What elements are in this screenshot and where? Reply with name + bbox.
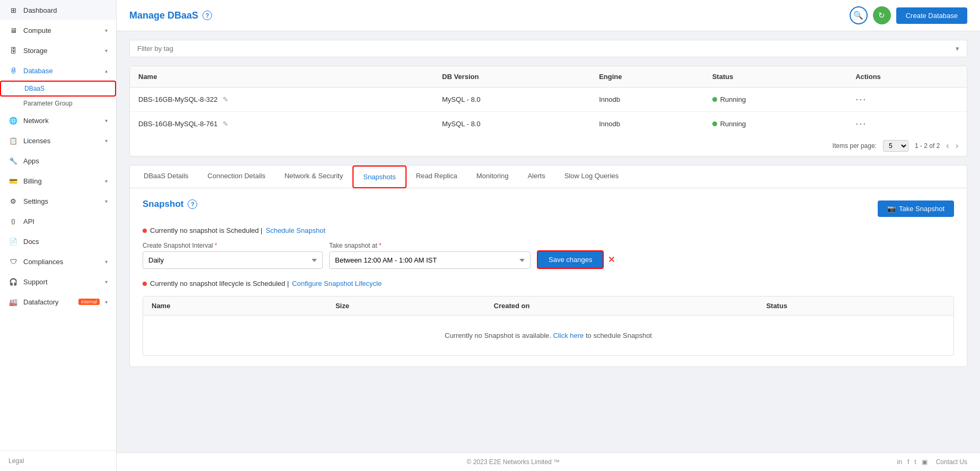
configure-lifecycle-link[interactable]: Configure Snapshot Lifecycle <box>292 280 382 287</box>
dashboard-icon: ⊞ <box>8 5 18 15</box>
tab-dbaas-details[interactable]: DBaaS Details <box>134 165 198 188</box>
take-at-label-text: Take snapshot at <box>329 242 377 249</box>
required-marker: * <box>215 242 217 249</box>
prev-page-button[interactable]: ‹ <box>946 141 949 151</box>
sidebar-item-datafactory[interactable]: 🏭 Datafactory Internal ▾ <box>0 292 116 312</box>
actions-menu-button[interactable]: ··· <box>855 118 867 129</box>
items-per-page-select[interactable]: 5 10 25 <box>883 140 908 152</box>
actions-menu-button[interactable]: ··· <box>855 94 867 104</box>
take-at-select[interactable]: Between 12:00 AM - 1:00 AM IST Between 1… <box>329 251 531 269</box>
sidebar-item-network[interactable]: 🌐 Network ▾ <box>0 110 116 130</box>
rss-icon[interactable]: ▣ <box>922 458 928 466</box>
chevron-down-icon: ▾ <box>105 279 108 285</box>
edit-icon[interactable]: ✎ <box>223 120 228 128</box>
save-changes-button[interactable]: Save changes <box>537 250 604 269</box>
status-dot <box>712 97 717 102</box>
sidebar-item-compute[interactable]: 🖥 Compute ▾ <box>0 20 116 40</box>
refresh-button[interactable]: ↻ <box>873 6 891 24</box>
help-icon[interactable]: ? <box>202 11 212 20</box>
db-name: DBS-16GB-MySQL-8-322 <box>138 95 218 103</box>
sidebar-item-storage[interactable]: 🗄 Storage ▾ <box>0 40 116 60</box>
snap-col-created: Created on <box>485 296 758 316</box>
tab-snapshots[interactable]: Snapshots <box>352 165 406 188</box>
linkedin-icon[interactable]: in <box>897 458 902 466</box>
sidebar-item-database[interactable]: 🛢 Database ▴ <box>0 60 116 81</box>
tab-label: Connection Details <box>208 172 266 180</box>
search-button[interactable]: 🔍 <box>850 6 868 24</box>
tabs-card: DBaaS Details Connection Details Network… <box>129 165 967 367</box>
sidebar-item-apps[interactable]: 🔧 Apps <box>0 151 116 171</box>
create-interval-label-text: Create Snapshot Interval <box>143 242 213 249</box>
sidebar-item-api[interactable]: {} API <box>0 211 116 231</box>
snap-col-status: Status <box>758 296 953 316</box>
tab-label: DBaaS Details <box>144 172 189 180</box>
page-title-text: Manage DBaaS <box>129 10 198 21</box>
row-version: MySQL - 8.0 <box>434 112 590 136</box>
sidebar-item-dashboard[interactable]: ⊞ Dashboard <box>0 0 116 20</box>
table-row: DBS-16GB-MySQL-8-322 ✎ MySQL - 8.0 Innod… <box>130 88 967 112</box>
tab-label: Read Replica <box>416 172 457 180</box>
tab-label: Alerts <box>527 172 545 180</box>
sidebar-item-compliances[interactable]: 🛡 Compliances ▾ <box>0 251 116 272</box>
col-name: Name <box>130 66 434 88</box>
chevron-down-icon: ▾ <box>105 299 108 305</box>
filter-input[interactable] <box>137 45 956 53</box>
snapshot-help-icon[interactable]: ? <box>188 199 197 209</box>
status-dot <box>712 121 717 126</box>
dbaas-label: DBaaS <box>24 85 45 92</box>
edit-icon[interactable]: ✎ <box>223 95 228 103</box>
schedule-notice-text: Currently no snapshot is Scheduled | <box>150 226 262 234</box>
contact-us-link[interactable]: Contact Us <box>936 458 967 466</box>
next-page-button[interactable]: › <box>956 141 958 151</box>
status-text: Running <box>720 95 746 103</box>
tab-monitoring[interactable]: Monitoring <box>467 165 518 188</box>
create-interval-select[interactable]: Daily Weekly Monthly <box>143 251 323 269</box>
footer-links: in f t ▣ Contact Us <box>897 458 967 466</box>
sidebar-item-licenses[interactable]: 📋 Licenses ▾ <box>0 130 116 151</box>
schedule-snapshot-link[interactable]: Schedule Snapshot <box>266 226 325 234</box>
click-here-suffix: to schedule Snapshot <box>586 332 652 339</box>
items-per-page-label: Items per page: <box>833 142 877 150</box>
datafactory-icon: 🏭 <box>8 297 18 307</box>
facebook-icon[interactable]: f <box>907 458 909 466</box>
twitter-icon[interactable]: t <box>914 458 916 466</box>
lifecycle-notice: Currently no snapshot lifecycle is Sched… <box>143 280 954 287</box>
tab-connection-details[interactable]: Connection Details <box>198 165 275 188</box>
chevron-down-icon: ▾ <box>105 138 108 144</box>
main-content: Manage DBaaS ? 🔍 ↻ Create Database ▾ <box>117 0 980 471</box>
sidebar-item-billing[interactable]: 💳 Billing ▾ <box>0 171 116 191</box>
sidebar-item-label: Database <box>23 67 100 75</box>
chevron-down-icon: ▾ <box>105 178 108 184</box>
take-snapshot-button[interactable]: 📷 Take Snapshot <box>878 200 954 217</box>
sidebar-footer: Legal <box>0 450 116 471</box>
snap-col-name: Name <box>143 296 327 316</box>
row-version: MySQL - 8.0 <box>434 88 590 112</box>
cancel-schedule-button[interactable]: ✕ <box>608 255 615 265</box>
snap-col-size: Size <box>327 296 485 316</box>
sidebar-item-support[interactable]: 🎧 Support ▾ <box>0 272 116 292</box>
lifecycle-dot <box>143 282 147 286</box>
tab-read-replica[interactable]: Read Replica <box>407 165 467 188</box>
sidebar-item-docs[interactable]: 📄 Docs <box>0 231 116 251</box>
tab-slow-log-queries[interactable]: Slow Log Queries <box>555 165 629 188</box>
row-engine: Innodb <box>590 88 704 112</box>
chevron-down-icon: ▾ <box>105 198 108 204</box>
snapshots-list-card: Name Size Created on Status Currently no… <box>143 296 954 356</box>
click-here-link[interactable]: Click here <box>553 332 584 339</box>
sidebar-item-settings[interactable]: ⚙ Settings ▾ <box>0 191 116 211</box>
chevron-down-icon: ▾ <box>105 28 108 33</box>
sidebar-item-label: API <box>23 217 108 225</box>
sidebar-sub-parameter-group[interactable]: Parameter Group <box>0 97 116 110</box>
create-database-button[interactable]: Create Database <box>896 7 967 24</box>
create-interval-label: Create Snapshot Interval * <box>143 242 323 249</box>
top-bar-actions: 🔍 ↻ Create Database <box>850 6 967 24</box>
sidebar-sub-dbaas[interactable]: DBaaS <box>0 81 116 97</box>
snapshot-section: Snapshot ? 📷 Take Snapshot <box>130 188 967 367</box>
tab-alerts[interactable]: Alerts <box>518 165 554 188</box>
tabs-header: DBaaS Details Connection Details Network… <box>130 165 967 188</box>
legal-link[interactable]: Legal <box>8 457 24 465</box>
db-table: Name DB Version Engine Status Actions DB… <box>130 66 967 136</box>
take-snapshot-btn-wrap: 📷 Take Snapshot <box>878 200 954 217</box>
tab-network-security[interactable]: Network & Security <box>275 165 353 188</box>
no-snapshot-text: Currently no Snapshot is available. <box>445 332 551 339</box>
